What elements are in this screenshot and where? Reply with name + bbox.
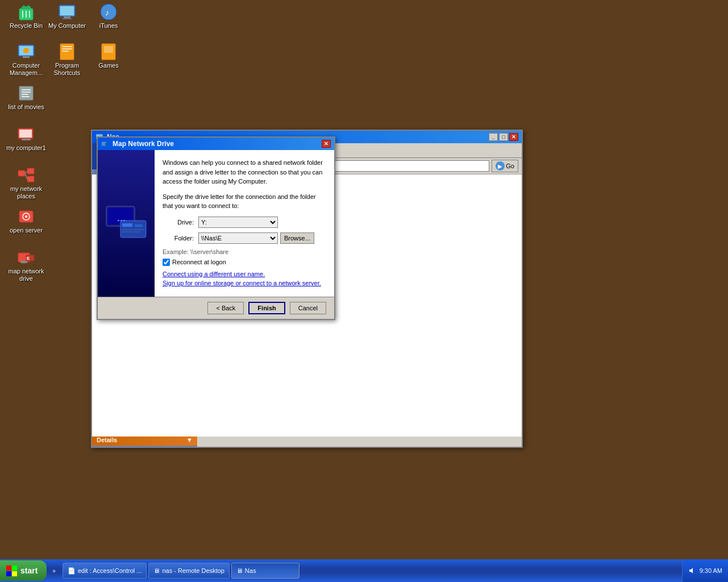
svg-rect-29	[19, 130, 32, 138]
reconnect-row: Reconnect at logon	[163, 259, 326, 266]
folder-form-row: Folder: \\Nas\E Browse...	[163, 232, 326, 244]
dialog-description: Windows can help you connect to a shared…	[163, 158, 326, 186]
taskbar: start » 📄 edit : Access\Control ... 🖥 na…	[0, 559, 728, 582]
quick-launch-tray: »	[50, 567, 58, 575]
desktop-icon-program-shortcuts[interactable]: Program Shortcuts	[47, 43, 88, 77]
svg-rect-73	[122, 223, 132, 227]
games-label: Games	[98, 62, 118, 69]
desktop-icon-my-computer[interactable]: My Computer	[47, 3, 88, 30]
svg-rect-69	[105, 143, 109, 145]
go-arrow-icon: ▶	[496, 161, 505, 171]
quick-launch-arrow[interactable]: »	[50, 567, 58, 575]
map-drive-close-button[interactable]: ✕	[322, 140, 331, 148]
browse-button[interactable]: Browse...	[280, 232, 314, 244]
dialog-buttons: < Back Finish Cancel	[98, 297, 334, 319]
system-tray: 9:30 AM	[682, 559, 728, 582]
svg-rect-32	[27, 168, 34, 174]
desktop-icon-computer-management[interactable]: Computer Managem...	[6, 43, 47, 77]
network-drive-image	[103, 203, 149, 243]
list-of-movies-label: list of movies	[8, 103, 44, 111]
desktop-icon-itunes[interactable]: ♪ iTunes	[88, 3, 129, 30]
svg-rect-74	[135, 225, 143, 227]
my-network-places-icon	[17, 166, 35, 184]
map-drive-title-icon	[101, 140, 109, 148]
connect-different-user-link[interactable]: Connect using a different user name.	[163, 271, 326, 277]
svg-rect-40	[20, 261, 27, 263]
itunes-icon: ♪	[99, 3, 118, 21]
go-label: Go	[506, 163, 514, 169]
cancel-button[interactable]: Cancel	[290, 302, 326, 314]
program-shortcuts-label: Program Shortcuts	[47, 62, 88, 77]
details-chevron: ▼	[186, 436, 193, 443]
dialog-body: Windows can help you connect to a shared…	[98, 150, 334, 297]
taskbar-item-edit-access-icon: 📄	[68, 567, 76, 575]
taskbar-item-nas-remote[interactable]: 🖥 nas - Remote Desktop	[148, 563, 229, 579]
tray-time: 9:30 AM	[700, 567, 722, 574]
taskbar-item-nas-icon: 🖥	[236, 567, 243, 574]
svg-rect-33	[27, 176, 34, 182]
start-label: start	[20, 566, 38, 575]
svg-rect-72	[120, 221, 146, 238]
svg-rect-23	[19, 86, 33, 100]
my-computer1-icon	[17, 125, 35, 143]
recycle-bin-icon	[17, 3, 35, 21]
svg-text:♪: ♪	[105, 8, 109, 17]
taskbar-items: 📄 edit : Access\Control ... 🖥 nas - Remo…	[63, 563, 682, 579]
desktop-icon-list-of-movies[interactable]: list of movies	[6, 84, 47, 111]
details-label: Details	[97, 436, 117, 443]
back-button[interactable]: < Back	[207, 302, 244, 314]
desktop: Recycle Bin My Computer ♪ iTunes	[0, 0, 728, 559]
signup-link[interactable]: Sign up for online storage or connect to…	[163, 280, 326, 286]
reconnect-checkbox[interactable]	[163, 259, 170, 266]
desktop-icon-my-network-places[interactable]: my network places	[6, 166, 47, 200]
svg-rect-18	[62, 46, 72, 47]
example-text: Example: \\server\share	[163, 248, 326, 255]
recycle-bin-label: Recycle Bin	[10, 22, 43, 30]
itunes-label: iTunes	[99, 22, 118, 30]
svg-rect-30	[22, 139, 31, 140]
svg-marker-82	[689, 568, 693, 573]
svg-rect-81	[12, 571, 17, 576]
map-network-drive-label: map network drive	[6, 268, 47, 282]
computer-management-label: Computer Managem...	[6, 62, 47, 77]
titlebar-controls: _ □ ✕	[489, 133, 518, 141]
maximize-button[interactable]: □	[499, 133, 508, 141]
my-computer-icon	[58, 3, 76, 21]
svg-rect-19	[62, 48, 72, 49]
map-drive-titlebar: Map Network Drive ✕	[98, 138, 334, 150]
svg-rect-20	[62, 51, 69, 52]
map-drive-titlebar-controls: ✕	[322, 140, 331, 148]
start-button[interactable]: start	[0, 560, 47, 581]
taskbar-item-edit-access-label: edit : Access\Control ...	[78, 567, 142, 574]
dialog-description2: Specify the drive letter for the connect…	[163, 192, 326, 211]
svg-rect-31	[18, 171, 25, 176]
drive-label: Drive:	[163, 219, 194, 226]
svg-line-34	[25, 171, 27, 173]
taskbar-item-edit-access[interactable]: 📄 edit : Access\Control ...	[63, 563, 147, 579]
svg-line-35	[25, 173, 27, 179]
computer-management-icon	[17, 43, 35, 61]
map-drive-title: Map Network Drive	[113, 140, 174, 148]
desktop-icon-my-computer1[interactable]: my computer1	[6, 125, 47, 152]
svg-text:E: E	[27, 256, 30, 261]
taskbar-item-nas[interactable]: 🖥 Nas	[231, 563, 299, 579]
folder-combo[interactable]: \\Nas\E	[198, 232, 278, 244]
svg-rect-10	[62, 18, 72, 19]
desktop-icon-map-network-drive[interactable]: E map network drive	[6, 248, 47, 282]
desktop-icon-games[interactable]: Games	[88, 43, 129, 69]
desktop-icon-recycle-bin[interactable]: Recycle Bin	[6, 3, 47, 30]
drive-form-row: Drive: Y:	[163, 217, 326, 228]
list-of-movies-icon	[17, 84, 35, 102]
desktop-icon-open-server[interactable]: open server	[6, 207, 47, 234]
my-computer1-label: my computer1	[6, 144, 46, 152]
map-network-drive-icon: E	[17, 248, 35, 267]
dialog-left-panel	[98, 150, 155, 297]
close-button[interactable]: ✕	[509, 133, 518, 141]
folder-label: Folder:	[163, 235, 194, 242]
svg-rect-1	[22, 6, 31, 9]
svg-rect-78	[6, 566, 11, 571]
minimize-button[interactable]: _	[489, 133, 498, 141]
go-button[interactable]: ▶ Go	[492, 160, 518, 172]
finish-button[interactable]: Finish	[248, 302, 285, 314]
drive-select[interactable]: Y:	[198, 217, 278, 228]
